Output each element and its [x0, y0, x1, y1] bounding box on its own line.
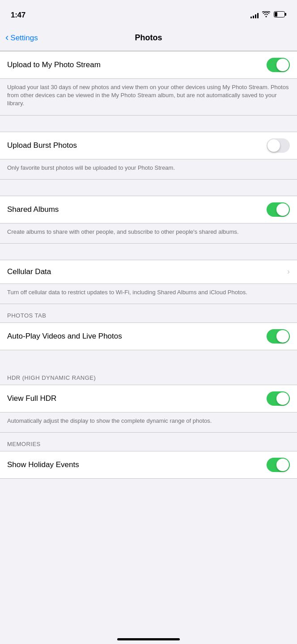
view-full-hdr-label: View Full HDR — [7, 394, 56, 403]
status-bar: 1:47 — [0, 0, 297, 25]
cellular-data-label: Cellular Data — [7, 267, 51, 276]
setting-row-show-holiday-events[interactable]: Show Holiday Events — [0, 451, 297, 478]
gap-2 — [0, 180, 297, 196]
back-label: Settings — [10, 34, 38, 43]
hdr-section-header: HDR (HIGH DYNAMIC RANGE) — [0, 366, 297, 385]
group-hdr: View Full HDR — [0, 385, 297, 412]
svg-rect-1 — [285, 13, 286, 16]
photos-tab-section-header: PHOTOS TAB — [0, 304, 297, 322]
group-photo-stream: Upload to My Photo Stream — [0, 51, 297, 79]
group-shared-albums: Shared Albums — [0, 196, 297, 223]
toggle-thumb — [267, 139, 280, 152]
toggle-thumb — [276, 330, 289, 343]
show-holiday-events-label: Show Holiday Events — [7, 460, 79, 469]
setting-row-upload-burst[interactable]: Upload Burst Photos — [0, 132, 297, 159]
group-cellular: Cellular Data › — [0, 260, 297, 284]
group-memories: Show Holiday Events — [0, 451, 297, 479]
toggle-thumb — [276, 459, 289, 471]
shared-albums-desc: Create albums to share with other people… — [0, 223, 297, 244]
toggle-thumb — [276, 59, 289, 71]
shared-albums-toggle[interactable] — [267, 202, 290, 217]
bottom-spacer — [0, 479, 297, 515]
nav-bar: ‹ Settings Photos — [0, 25, 297, 51]
toggle-thumb — [276, 203, 289, 216]
page-title: Photos — [135, 33, 162, 43]
upload-burst-toggle[interactable] — [267, 138, 290, 153]
content: Upload to My Photo Stream Upload your la… — [0, 51, 297, 515]
status-icons — [250, 11, 286, 19]
autoplay-toggle[interactable] — [267, 329, 290, 343]
back-button[interactable]: ‹ Settings — [5, 32, 38, 43]
autoplay-label: Auto-Play Videos and Live Photos — [7, 332, 122, 341]
upload-photo-stream-label: Upload to My Photo Stream — [7, 60, 101, 69]
gap-4 — [0, 350, 297, 366]
gap-1 — [0, 116, 297, 132]
upload-photo-stream-toggle[interactable] — [267, 58, 290, 72]
back-chevron-icon: ‹ — [5, 32, 8, 43]
shared-albums-label: Shared Albums — [7, 205, 59, 214]
setting-row-shared-albums[interactable]: Shared Albums — [0, 196, 297, 223]
group-burst-photos: Upload Burst Photos — [0, 132, 297, 159]
setting-row-autoplay[interactable]: Auto-Play Videos and Live Photos — [0, 323, 297, 350]
view-full-hdr-desc: Automatically adjust the display to show… — [0, 412, 297, 433]
status-time: 1:47 — [11, 11, 25, 20]
setting-row-upload-photo-stream[interactable]: Upload to My Photo Stream — [0, 52, 297, 78]
upload-burst-desc: Only favorite burst photos will be uploa… — [0, 159, 297, 180]
gap-3 — [0, 244, 297, 260]
svg-rect-2 — [275, 12, 277, 17]
setting-row-view-full-hdr[interactable]: View Full HDR — [0, 385, 297, 412]
home-indicator — [117, 638, 180, 640]
memories-section-header: MEMORIES — [0, 433, 297, 451]
upload-burst-label: Upload Burst Photos — [7, 141, 77, 150]
cellular-data-desc: Turn off cellular data to restrict updat… — [0, 284, 297, 304]
chevron-right-icon: › — [287, 267, 290, 276]
group-photos-tab: Auto-Play Videos and Live Photos — [0, 322, 297, 350]
wifi-icon — [262, 11, 270, 19]
setting-row-cellular-data[interactable]: Cellular Data › — [0, 260, 297, 283]
battery-icon — [274, 11, 286, 19]
show-holiday-events-toggle[interactable] — [267, 458, 290, 472]
toggle-thumb — [276, 392, 289, 405]
signal-icon — [250, 12, 259, 18]
view-full-hdr-toggle[interactable] — [267, 391, 290, 406]
upload-photo-stream-desc: Upload your last 30 days of new photos a… — [0, 79, 297, 116]
